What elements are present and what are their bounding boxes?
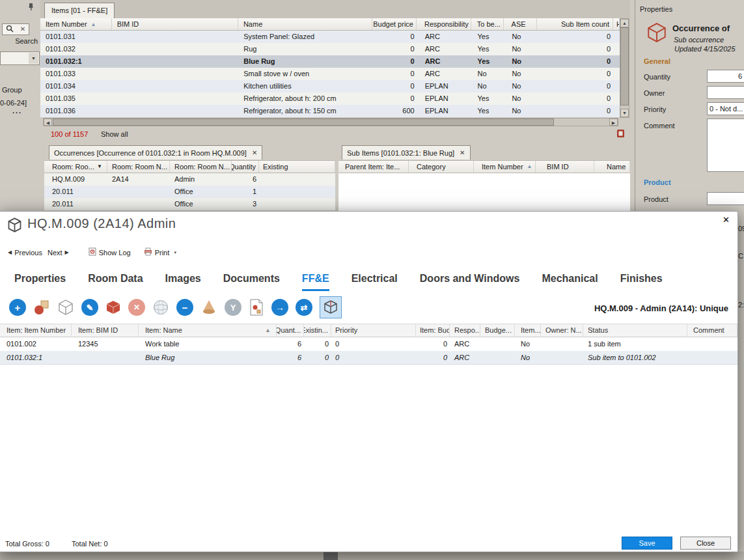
view-3d-icon[interactable]	[320, 296, 342, 318]
show-log-button[interactable]: Show Log	[89, 247, 131, 257]
items-row[interactable]: 0101.035Refrigerator, about h: 200 cm0EP…	[40, 92, 620, 105]
add-icon[interactable]: +	[9, 299, 26, 316]
tab-mechanical[interactable]: Mechanical	[542, 273, 598, 291]
column-header-quantity[interactable]: Quant...	[277, 324, 304, 337]
shapes-icon[interactable]	[33, 299, 50, 316]
sync-icon[interactable]: ⇄	[296, 299, 312, 316]
document-icon[interactable]	[249, 299, 264, 316]
column-header-owner[interactable]: Owner: N...	[541, 324, 583, 337]
sphere-icon[interactable]	[152, 299, 169, 316]
pin-icon[interactable]	[27, 3, 34, 12]
column-header-ase[interactable]: ASE	[504, 18, 538, 30]
cone-icon[interactable]	[200, 299, 217, 316]
column-header-comment[interactable]: Comment	[687, 324, 737, 337]
items-row-selected[interactable]: 0101.032:1Blue Rug0ARCYesNo0	[40, 55, 620, 68]
column-header-budget[interactable]: Item: Budge...	[416, 324, 450, 337]
product-field[interactable]	[707, 192, 744, 205]
column-header-item-number[interactable]: Item Number▲	[40, 18, 112, 30]
move-icon[interactable]: →	[271, 299, 288, 316]
column-header-item-number[interactable]: Item: Item Number	[0, 324, 72, 337]
tab-documents[interactable]: Documents	[223, 273, 280, 291]
column-header-budget-price[interactable]: Budget price	[372, 18, 417, 30]
tab-images[interactable]: Images	[165, 273, 201, 291]
report-icon[interactable]	[616, 129, 625, 139]
column-header-responsibility[interactable]: Respo...	[450, 324, 480, 337]
column-header-category[interactable]: Category	[409, 161, 474, 173]
items-row[interactable]: 0101.033Small stove w / oven0ARCNoNo0	[40, 68, 620, 80]
print-button[interactable]: Print ▼	[144, 247, 178, 257]
next-button[interactable]: Next▶	[48, 249, 69, 257]
quantity-field[interactable]: 6	[707, 70, 744, 83]
occurrence-row[interactable]: 20.011Office1	[44, 186, 335, 198]
edit-icon[interactable]: ✎	[81, 299, 98, 316]
close-button[interactable]: Close	[680, 537, 731, 550]
column-header-budge[interactable]: Budge...	[480, 324, 515, 337]
horizontal-scrollbar[interactable]: ◀ ▶	[43, 118, 618, 126]
column-header-ha[interactable]: Ha...	[613, 18, 620, 30]
tab-doors-and-windows[interactable]: Doors and Windows	[420, 273, 520, 291]
scrollbar-thumb[interactable]	[53, 119, 554, 126]
items-row[interactable]: 0101.031System Panel: Glazed0ARCYesNo0	[40, 31, 620, 43]
occurrence-row[interactable]: HQ.M.0092A14Admin6	[44, 173, 335, 186]
column-header-room-name[interactable]: Room: Room N...	[107, 161, 170, 173]
clear-search-icon[interactable]: ✕	[20, 26, 25, 33]
close-icon[interactable]: ✕	[252, 149, 257, 156]
tab-electrical[interactable]: Electrical	[351, 273, 398, 291]
scroll-down-icon[interactable]: ▼	[620, 109, 629, 117]
tab-room-data[interactable]: Room Data	[88, 273, 143, 291]
scroll-up-icon[interactable]: ▲	[620, 19, 629, 27]
column-header-room[interactable]: Room: Roo...▼	[44, 161, 107, 173]
previous-button[interactable]: ◀Previous	[8, 249, 42, 257]
column-header-room-name2[interactable]: Room: Room N...	[170, 161, 232, 173]
tab-items-list[interactable]: Items [01 - FF&E]	[44, 3, 115, 18]
close-icon[interactable]: ✕	[720, 214, 732, 226]
column-header-to-be[interactable]: To be...	[471, 18, 504, 30]
column-header-item[interactable]: Item...	[515, 324, 541, 337]
column-header-name[interactable]: Name	[594, 161, 630, 173]
vertical-scrollbar[interactable]: ▲ ▼	[620, 18, 629, 118]
remove-icon[interactable]: −	[176, 299, 193, 316]
comment-field[interactable]	[707, 119, 744, 172]
group-combobox[interactable]: ▼	[0, 51, 40, 65]
items-row[interactable]: 0101.034Kitchen utilities0EPLANNoNo0	[40, 80, 620, 92]
tab-ffe[interactable]: FF&E	[302, 273, 329, 291]
merge-icon[interactable]: Y	[225, 299, 241, 316]
column-header-quantity[interactable]: Quantity	[232, 161, 259, 173]
tab-sub-items[interactable]: Sub Items [0101.032:1: Blue Rug] ✕	[342, 145, 471, 160]
column-header-name[interactable]: Item: Name▲	[139, 324, 277, 337]
product-cube-icon[interactable]	[105, 300, 121, 315]
delete-icon[interactable]: ✕	[128, 299, 145, 316]
search-box[interactable]: ✕	[2, 23, 29, 35]
close-icon[interactable]: ✕	[460, 149, 465, 156]
column-header-bim-id[interactable]: BIM ID	[112, 18, 238, 30]
save-button[interactable]: Save	[622, 537, 672, 550]
scrollbar-thumb[interactable]	[620, 27, 629, 105]
search-icon[interactable]	[6, 25, 14, 34]
column-header-responsibility[interactable]: Responsibility	[417, 18, 471, 30]
priority-select[interactable]: 0 - Not d...	[707, 102, 744, 115]
more-options[interactable]: ...	[12, 107, 22, 115]
ffe-grid-row-subitem[interactable]: 0101.032:1Blue Rug6000ARCNoSub item to 0…	[0, 351, 737, 365]
column-header-priority[interactable]: Priority	[331, 324, 416, 337]
column-header-bim-id[interactable]: BIM ID	[536, 161, 594, 173]
column-header-name[interactable]: Name	[238, 18, 372, 30]
scroll-left-icon[interactable]: ◀	[44, 119, 52, 126]
column-header-bim-id[interactable]: Item: BIM ID	[72, 324, 139, 337]
column-header-item-number[interactable]: Item Number▲	[474, 161, 536, 173]
owner-field[interactable]	[707, 86, 744, 99]
occurrence-row[interactable]: 20.011Office3	[44, 198, 335, 210]
tab-finishes[interactable]: Finishes	[620, 273, 663, 291]
column-header-status[interactable]: Status	[583, 324, 687, 337]
column-header-existing[interactable]: Existin...	[304, 324, 331, 337]
column-header-existing[interactable]: Existing	[259, 161, 335, 173]
ffe-grid-row[interactable]: 0101.00212345Work table6000ARCNo1 sub it…	[0, 337, 737, 351]
scroll-right-icon[interactable]: ▶	[609, 119, 618, 126]
items-row[interactable]: 0101.032Rug0ARCYesNo0	[40, 43, 620, 55]
tab-properties[interactable]: Properties	[14, 273, 66, 291]
cube-outline-icon[interactable]	[57, 299, 74, 316]
column-header-parent-item[interactable]: Parent Item: Ite...	[338, 161, 409, 173]
column-header-sub-item-count[interactable]: Sub Item count	[537, 18, 613, 30]
tab-occurrences[interactable]: Occurrences [Occurrence of 0101.032:1 in…	[49, 145, 262, 160]
show-all-link[interactable]: Show all	[101, 130, 128, 138]
items-row[interactable]: 0101.036Refrigerator, about h: 150 cm600…	[40, 105, 620, 117]
